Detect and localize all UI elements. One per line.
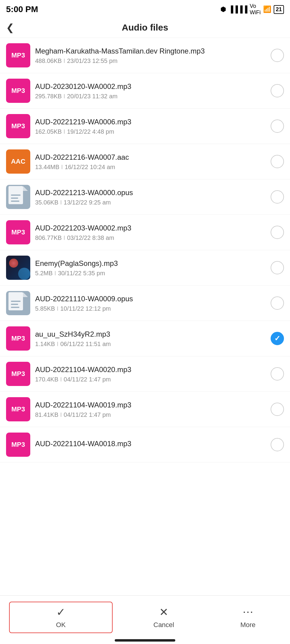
more-icon: ⋯ [242, 606, 253, 619]
battery-icon: 21 [274, 5, 284, 14]
svg-rect-3 [11, 198, 18, 199]
list-item: MP3 AUD-20230120-WA0002.mp3 295.78KBI20/… [0, 73, 290, 109]
file-name: Enemy(PaglaSongs).mp3 [35, 259, 266, 268]
file-meta: 162.05KBI19/12/22 4:48 pm [35, 128, 114, 135]
ok-button[interactable]: ✓ OK [9, 602, 113, 633]
svg-marker-1 [23, 186, 28, 191]
status-bar: 5:00 PM ⬢ ▐▐▐▐ VoWiFi 📶 21 [0, 0, 290, 18]
file-name: AUD-20221104-WA0018.mp3 [35, 439, 266, 448]
list-item: MP3 au_uu_SzH34yR2.mp3 1.14KBI06/11/22 1… [0, 321, 290, 356]
file-checkbox[interactable] [271, 155, 284, 168]
file-info: Megham-Karukatha-MassTamilan.dev Rington… [35, 46, 266, 64]
svg-rect-4 [11, 201, 19, 202]
file-checkbox[interactable] [271, 84, 284, 97]
cancel-label: Cancel [153, 621, 174, 629]
file-checkbox[interactable] [271, 332, 284, 345]
file-info: au_uu_SzH34yR2.mp3 1.14KBI06/11/22 11:51… [35, 329, 266, 348]
signal-icon: ▐▐▐▐ [229, 5, 247, 13]
mp3-icon: MP3 [6, 114, 30, 138]
file-info: Enemy(PaglaSongs).mp3 5.2MBI30/11/22 5:3… [35, 259, 266, 277]
bluetooth-icon: ⬢ [220, 5, 226, 13]
list-item: MP3 AUD-20221203-WA0002.mp3 806.77KBI03/… [0, 215, 290, 250]
file-checkbox[interactable] [271, 367, 284, 381]
ok-icon: ✓ [56, 606, 65, 619]
list-item: MP3 AUD-20221104-WA0019.mp3 81.41KBI04/1… [0, 392, 290, 427]
file-meta: 488.06KBI23/01/23 12:55 pm [35, 57, 117, 64]
file-info: AUD-20221213-WA0000.opus 35.06KBI13/12/2… [35, 188, 266, 206]
file-name: AUD-20221203-WA0002.mp3 [35, 223, 266, 233]
mp3-icon: MP3 [6, 362, 30, 386]
back-button[interactable]: ❮ [6, 22, 14, 33]
thumbnail-icon [6, 256, 30, 280]
file-meta: 5.85KBI10/11/22 12:12 pm [35, 305, 111, 312]
vowifi-icon: VoWiFi [250, 3, 261, 16]
opus-icon [6, 185, 30, 209]
svg-marker-6 [23, 292, 28, 297]
svg-rect-2 [11, 195, 21, 196]
file-name: Megham-Karukatha-MassTamilan.dev Rington… [35, 46, 266, 56]
file-info: AUD-20221203-WA0002.mp3 806.77KBI03/12/2… [35, 223, 266, 241]
file-name: au_uu_SzH34yR2.mp3 [35, 329, 266, 339]
file-info: AUD-20221216-WA0007.aac 13.44MBI16/12/22… [35, 152, 266, 171]
page-title: Audio files [122, 22, 168, 33]
bottom-bar: ✓ OK ✕ Cancel ⋯ More [0, 595, 290, 644]
aac-icon: AAC [6, 149, 30, 174]
file-checkbox[interactable] [271, 438, 284, 451]
file-list: MP3 Megham-Karukatha-MassTamilan.dev Rin… [0, 38, 290, 505]
file-meta: 5.2MBI30/11/22 5:35 pm [35, 270, 105, 276]
file-checkbox[interactable] [271, 49, 284, 62]
wifi-icon: 📶 [263, 5, 271, 13]
file-info: AUD-20221104-WA0020.mp3 170.4KBI04/11/22… [35, 365, 266, 383]
list-item: AAC AUD-20221216-WA0007.aac 13.44MBI16/1… [0, 144, 290, 179]
file-meta: 806.77KBI03/12/22 8:38 am [35, 234, 114, 241]
home-indicator [115, 639, 175, 642]
svg-rect-8 [11, 304, 18, 305]
file-name: AUD-20221213-WA0000.opus [35, 188, 266, 197]
list-item: MP3 AUD-20221104-WA0018.mp3 [0, 427, 290, 463]
file-name: AUD-20221110-WA0009.opus [35, 294, 266, 303]
status-time: 5:00 PM [6, 5, 38, 14]
list-item: AUD-20221213-WA0000.opus 35.06KBI13/12/2… [0, 179, 290, 215]
header: ❮ Audio files [0, 18, 290, 38]
file-meta: 81.41KBI04/11/22 1:47 pm [35, 411, 111, 418]
cancel-button[interactable]: ✕ Cancel [122, 606, 206, 629]
list-item: MP3 AUD-20221104-WA0020.mp3 170.4KBI04/1… [0, 356, 290, 392]
svg-rect-7 [11, 301, 21, 302]
file-info: AUD-20221219-WA0006.mp3 162.05KBI19/12/2… [35, 117, 266, 135]
list-item: MP3 Megham-Karukatha-MassTamilan.dev Rin… [0, 38, 290, 73]
file-checkbox[interactable] [271, 296, 284, 310]
ok-label: OK [56, 621, 66, 629]
mp3-icon: MP3 [6, 220, 30, 244]
mp3-icon: MP3 [6, 79, 30, 103]
svg-rect-9 [11, 307, 19, 308]
file-name: AUD-20221216-WA0007.aac [35, 152, 266, 162]
more-label: More [240, 621, 255, 629]
file-meta: 35.06KBI13/12/22 9:25 am [35, 199, 111, 206]
file-info: AUD-20230120-WA0002.mp3 295.78KBI20/01/2… [35, 82, 266, 100]
mp3-icon: MP3 [6, 43, 30, 67]
list-item: MP3 AUD-20221219-WA0006.mp3 162.05KBI19/… [0, 109, 290, 144]
file-meta: 1.14KBI06/11/22 11:51 am [35, 341, 111, 347]
list-item: Enemy(PaglaSongs).mp3 5.2MBI30/11/22 5:3… [0, 250, 290, 286]
file-checkbox[interactable] [271, 119, 284, 133]
opus-icon [6, 291, 30, 315]
file-checkbox[interactable] [271, 190, 284, 204]
mp3-icon: MP3 [6, 433, 30, 457]
more-button[interactable]: ⋯ More [206, 606, 290, 629]
mp3-icon: MP3 [6, 326, 30, 351]
file-name: AUD-20221104-WA0020.mp3 [35, 365, 266, 374]
file-name: AUD-20221104-WA0019.mp3 [35, 400, 266, 410]
file-checkbox[interactable] [271, 226, 284, 239]
status-icons: ⬢ ▐▐▐▐ VoWiFi 📶 21 [220, 3, 284, 16]
list-item: AUD-20221110-WA0009.opus 5.85KBI10/11/22… [0, 286, 290, 321]
file-checkbox[interactable] [271, 261, 284, 274]
file-info: AUD-20221104-WA0018.mp3 [35, 439, 266, 450]
file-info: AUD-20221104-WA0019.mp3 81.41KBI04/11/22… [35, 400, 266, 418]
file-info: AUD-20221110-WA0009.opus 5.85KBI10/11/22… [35, 294, 266, 312]
mp3-icon: MP3 [6, 397, 30, 421]
file-meta: 170.4KBI04/11/22 1:47 pm [35, 376, 111, 383]
file-name: AUD-20221219-WA0006.mp3 [35, 117, 266, 126]
file-meta: 13.44MBI16/12/22 10:24 am [35, 164, 115, 170]
cancel-icon: ✕ [159, 606, 168, 619]
file-checkbox[interactable] [271, 403, 284, 416]
